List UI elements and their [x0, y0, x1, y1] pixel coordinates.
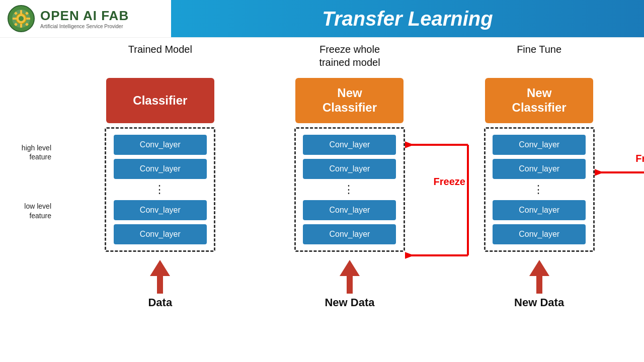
dashed-container-2: Conv_layer Conv_layer ⋮ Conv_layer Conv_…: [294, 127, 405, 252]
freeze-arrows-svg-3: [595, 167, 644, 268]
dots-3: ⋮: [533, 184, 545, 195]
svg-rect-4: [20, 10, 22, 14]
trained-model-title: Trained Model: [128, 43, 192, 70]
page-title: Transfer Learning: [322, 8, 493, 30]
conv-layer-2-1: Conv_layer: [303, 135, 396, 155]
arrow-up-icon-1: [150, 260, 170, 276]
conv-layer-2-4: Conv_layer: [303, 224, 396, 244]
svg-rect-7: [26, 18, 30, 20]
arrow-shaft-1: [157, 276, 163, 294]
conv-layer-3-3: Conv_layer: [493, 200, 586, 220]
conv-layer-1-1: Conv_layer: [114, 135, 207, 155]
side-labels: high levelfeature low levelfeature: [0, 43, 55, 362]
low-level-feature-label: low levelfeature: [24, 202, 51, 220]
freeze-label-2: Freeze: [434, 176, 465, 188]
arrow-up-icon-3: [529, 260, 549, 276]
data-label-1: Data: [148, 296, 172, 309]
freeze-container-3: Conv_layer Conv_layer ⋮ Conv_layer Conv_…: [484, 127, 595, 256]
conv-layer-1-4: Conv_layer: [114, 224, 207, 244]
fine-tune-title: Fine Tune: [517, 43, 561, 70]
svg-rect-6: [13, 18, 17, 20]
conv-layer-1-2: Conv_layer: [114, 159, 207, 179]
dashed-container-3: Conv_layer Conv_layer ⋮ Conv_layer Conv_…: [484, 127, 595, 252]
dots-1: ⋮: [154, 184, 167, 195]
conv-layer-1-3: Conv_layer: [114, 200, 207, 220]
data-arrow-3: New Data: [514, 260, 564, 309]
data-arrow-1: Data: [148, 260, 172, 309]
data-label-3: New Data: [514, 296, 564, 309]
column-trained-model: Trained Model Classifier Conv_layer Conv…: [97, 43, 223, 309]
classifier-box: Classifier: [106, 78, 214, 123]
freeze-container-2: Conv_layer Conv_layer ⋮ Conv_layer Conv_…: [294, 127, 405, 256]
conv-layer-2-2: Conv_layer: [303, 159, 396, 179]
new-classifier-box-1: NewClassifier: [295, 78, 404, 123]
diagram-columns: Trained Model Classifier Conv_layer Conv…: [55, 43, 644, 362]
high-level-feature-label: high levelfeature: [22, 143, 51, 161]
freeze-arrows-svg-2: [405, 130, 470, 270]
logo-subtitle: Artificial Intelligence Service Provider: [40, 24, 129, 29]
freeze-label-3: Freeze: [635, 153, 644, 164]
arrow-shaft-2: [347, 276, 353, 294]
freeze-whole-title: Freeze wholetrained model: [319, 43, 380, 70]
data-label-2: New Data: [325, 296, 374, 309]
data-arrow-2: New Data: [325, 260, 374, 309]
column-freeze-whole: Freeze wholetrained model NewClassifier …: [287, 43, 413, 309]
conv-layer-2-3: Conv_layer: [303, 200, 396, 220]
conv-layer-3-2: Conv_layer: [493, 159, 586, 179]
conv-layer-3-4: Conv_layer: [493, 224, 586, 244]
arrow-shaft-3: [536, 276, 542, 294]
header: OPEN AI FAB Artificial Intelligence Serv…: [0, 0, 644, 38]
logo-icon: [8, 5, 35, 33]
column-fine-tune: Fine Tune NewClassifier Conv_layer Conv_…: [476, 43, 602, 309]
logo-area: OPEN AI FAB Artificial Intelligence Serv…: [0, 5, 171, 33]
svg-point-3: [19, 16, 24, 21]
dots-2: ⋮: [343, 184, 356, 195]
svg-rect-5: [20, 24, 22, 28]
header-title-area: Transfer Learning: [171, 0, 644, 37]
dashed-container-1: Conv_layer Conv_layer ⋮ Conv_layer Conv_…: [105, 127, 215, 252]
logo-title: OPEN AI FAB: [40, 8, 129, 24]
conv-layer-3-1: Conv_layer: [493, 135, 586, 155]
arrow-up-icon-2: [340, 260, 360, 276]
main-content: high levelfeature low levelfeature Train…: [0, 38, 644, 362]
new-classifier-box-2: NewClassifier: [485, 78, 593, 123]
logo-text-area: OPEN AI FAB Artificial Intelligence Serv…: [40, 8, 129, 29]
